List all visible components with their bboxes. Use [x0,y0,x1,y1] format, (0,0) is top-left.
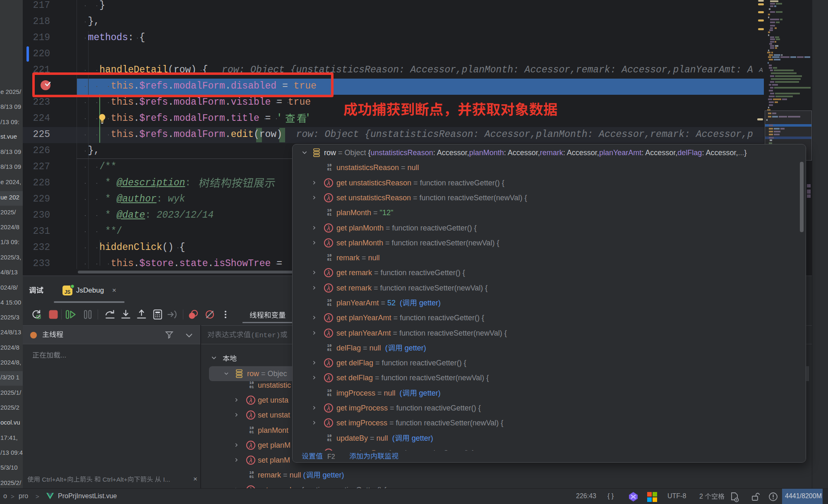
svg-text:JS: JS [65,289,71,295]
